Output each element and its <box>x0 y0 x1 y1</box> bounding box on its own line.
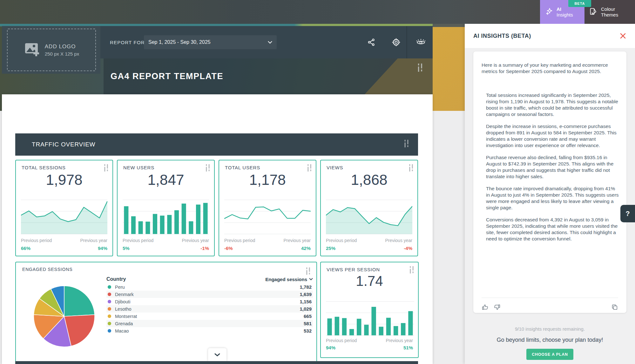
kpi-title: VIEWS PER SESSION <box>327 267 380 272</box>
colour-themes-button[interactable]: Colour Themes <box>584 0 635 24</box>
prev-year-change: -4% <box>404 246 412 251</box>
preview-button[interactable] <box>407 26 435 58</box>
prev-period-label: Previous period <box>21 238 52 243</box>
kpi-title: TOTAL USERS <box>225 165 260 170</box>
chevron-down-icon <box>214 353 220 356</box>
kpi-card-views-per-session: VIEWS PER SESSION 1.74 Previous periodPr… <box>320 262 419 358</box>
sparkline-chart <box>21 199 107 235</box>
beta-badge: BETA <box>568 0 591 7</box>
kpi-card-views: VIEWS 1,868 Previous periodPrevious year… <box>320 160 418 256</box>
kpi-value: 1,978 <box>16 171 112 188</box>
country-name: Montserrat <box>115 314 137 319</box>
requests-remaining: 9/10 insights requests remaining. <box>465 326 635 332</box>
prev-period-change: 94% <box>326 345 335 350</box>
ai-insight-paragraph: Purchase revenue also declined, falling … <box>486 154 619 180</box>
thumbs-down-button[interactable] <box>494 304 501 311</box>
chevron-down-icon <box>309 278 313 280</box>
country-name: Denmark <box>115 292 134 297</box>
add-logo-dropzone[interactable]: ADD LOGO 250 px X 125 px <box>7 29 96 71</box>
kpi-title: NEW USERS <box>123 165 154 170</box>
sparkline-chart <box>224 199 311 235</box>
add-logo-label: ADD LOGO <box>45 44 79 50</box>
divider <box>482 298 618 298</box>
prev-year-label: Previous year <box>385 238 412 243</box>
close-icon <box>620 33 626 39</box>
prev-period-label: Previous period <box>123 238 153 243</box>
expand-section-button[interactable] <box>208 348 226 361</box>
country-row: Grenada581 <box>106 320 313 327</box>
country-value: 1,156 <box>300 299 312 304</box>
widget-chart-icon[interactable] <box>404 140 409 149</box>
logo-panel: ADD LOGO 250 px X 125 px <box>2 26 100 74</box>
date-range-value: Sep 1, 2025 - Sep 30, 2025 <box>148 39 211 45</box>
traffic-overview-header: TRAFFIC OVERVIEW <box>15 133 418 156</box>
kpi-title: VIEWS <box>327 165 343 170</box>
widget-chart-icon[interactable] <box>306 267 311 276</box>
report-title: GA4 REPORT TEMPLATE <box>111 71 223 81</box>
date-range-select[interactable]: Sep 1, 2025 - Sep 30, 2025 <box>144 35 277 49</box>
legend-dot <box>108 293 111 296</box>
kpi-card-new-users: NEW USERS 1,847 Previous periodPrevious … <box>117 160 215 256</box>
choose-plan-button[interactable]: CHOOSE A PLAN <box>526 349 573 360</box>
close-panel-button[interactable] <box>618 31 627 40</box>
prev-year-change: 42% <box>301 246 311 251</box>
prev-year-change: 94% <box>98 246 107 251</box>
country-value: 1,639 <box>300 292 312 297</box>
ai-insight-paragraph: Total sessions increased significantly i… <box>486 92 619 118</box>
prev-year-label: Previous year <box>283 238 311 243</box>
sparkline-chart <box>326 199 412 235</box>
ai-summary-intro: Here is a summary of your key marketing … <box>482 62 619 75</box>
country-row: Montserrat665 <box>106 313 313 320</box>
prev-period-label: Previous period <box>326 238 357 243</box>
thumbs-up-button[interactable] <box>482 304 489 311</box>
chevron-down-icon <box>268 39 272 45</box>
kpi-value: 1.74 <box>321 273 418 289</box>
country-name: Macao <box>115 328 129 334</box>
ai-insight-paragraph: Conversions decreased from 4,392 in Augu… <box>486 217 619 242</box>
country-value: 1,029 <box>300 306 312 312</box>
country-name: Peru <box>115 285 125 290</box>
add-image-icon <box>24 42 40 58</box>
settings-button[interactable] <box>385 26 407 58</box>
copy-button[interactable] <box>611 304 618 311</box>
kpi-title: TOTAL SESSIONS <box>22 165 65 170</box>
share-icon <box>367 38 375 46</box>
country-value: 665 <box>304 313 312 319</box>
help-button[interactable]: ? <box>620 205 635 222</box>
kpi-value: 1,847 <box>118 171 214 188</box>
report-title-band: GA4 REPORT TEMPLATE <box>104 58 433 94</box>
country-row: Djibouti1,156 <box>106 298 313 305</box>
prev-period-change: 5% <box>123 246 130 251</box>
card-title: ENGAGED SESSIONS <box>22 267 72 272</box>
sparkle-icon <box>545 7 553 17</box>
widget-chart-icon[interactable] <box>417 64 423 73</box>
metric-header-dropdown[interactable]: Engaged sessions <box>265 277 313 282</box>
gear-icon <box>392 38 401 47</box>
ai-insight-paragraph: Despite the increase in sessions, e-comm… <box>486 123 619 149</box>
country-row: Macao532 <box>106 327 313 334</box>
prev-year-change: 51% <box>403 345 413 350</box>
kpi-card-total-sessions: TOTAL SESSIONS 1,978 Previous periodPrev… <box>15 160 113 256</box>
section-title: TRAFFIC OVERVIEW <box>32 141 95 148</box>
country-row: Peru1,782 <box>106 283 313 291</box>
legend-dot <box>108 285 111 289</box>
country-value: 1,782 <box>300 284 312 290</box>
prev-period-change: -6% <box>224 246 233 251</box>
country-value: 581 <box>304 321 312 326</box>
ai-insight-paragraph: The bounce rate improved dramatically, d… <box>486 185 619 211</box>
prev-year-change: -1% <box>200 246 209 251</box>
engaged-sessions-pie <box>32 285 96 348</box>
prev-period-label: Previous period <box>326 338 357 343</box>
next-section-bar <box>15 361 418 364</box>
right-gutter <box>431 111 465 364</box>
themes-button-line2: Themes <box>601 12 618 17</box>
country-name: Lesotho <box>115 307 132 312</box>
report-for-label: REPORT FOR <box>110 26 145 58</box>
share-button[interactable] <box>360 26 382 58</box>
sparkline-chart <box>123 199 209 235</box>
country-row: Lesotho1,029 <box>106 305 313 313</box>
report-canvas: TRAFFIC OVERVIEW TOTAL SESSIONS 1,978 Pr… <box>2 94 433 364</box>
legend-dot <box>108 314 111 318</box>
eye-icon <box>416 38 426 47</box>
legend-dot <box>108 322 111 325</box>
